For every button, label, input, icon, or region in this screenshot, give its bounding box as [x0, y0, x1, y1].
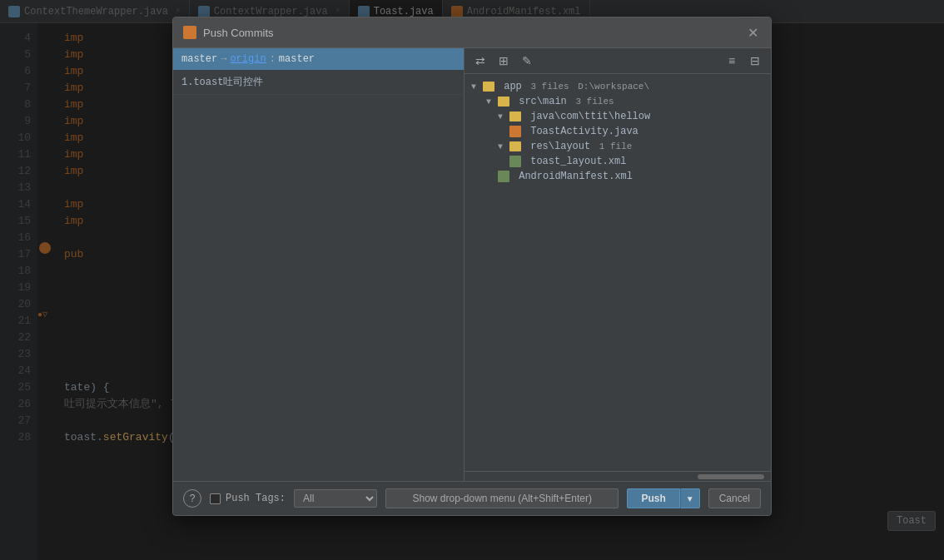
commit-item[interactable]: 1.toast吐司控件: [173, 70, 464, 95]
branch-target: master: [279, 53, 315, 65]
tree-item-app[interactable]: ▼ app 3 files D:\workspace\: [465, 79, 771, 94]
tree-item-android-manifest[interactable]: AndroidManifest.xml: [465, 169, 771, 184]
commits-panel: master → origin : master 1.toast吐司控件: [173, 48, 465, 481]
tree-item-label: src\main: [513, 96, 567, 107]
dialog-body: master → origin : master 1.toast吐司控件 ⇄ ⊞: [173, 48, 771, 481]
toolbar-refresh-button[interactable]: ⇄: [471, 52, 489, 70]
folder-icon: [483, 82, 494, 92]
tree-item-label: app: [498, 81, 522, 92]
push-button-container: Push ▼: [627, 488, 699, 508]
file-count-badge: 3 files: [525, 82, 569, 92]
tree-item-label: toast_layout.xml: [524, 156, 626, 167]
xml-file-icon: [498, 171, 509, 182]
branch-origin-link[interactable]: origin: [230, 53, 266, 65]
dialog-overlay: Push Commits ✕ master → origin : master …: [0, 0, 944, 560]
scrollbar-thumb: [698, 474, 764, 479]
tree-item-label: ToastActivity.java: [524, 126, 638, 137]
branch-from: master: [181, 53, 217, 65]
commits-list: 1.toast吐司控件: [173, 70, 464, 481]
tree-item-label: AndroidManifest.xml: [513, 171, 633, 182]
files-panel: ⇄ ⊞ ✎ ≡ ⊟ ▼ app 3 files D:\workspace\: [465, 48, 771, 481]
tree-item-java-package[interactable]: ▼ java\com\ttit\hellow: [465, 109, 771, 124]
help-button[interactable]: ?: [183, 489, 201, 508]
files-toolbar: ⇄ ⊞ ✎ ≡ ⊟: [465, 48, 771, 74]
push-commits-dialog: Push Commits ✕ master → origin : master …: [172, 17, 772, 516]
toolbar-expand-button[interactable]: ⊞: [494, 52, 513, 70]
commit-label: 1.toast吐司控件: [181, 77, 263, 88]
tree-item-res-layout[interactable]: ▼ res\layout 1 file: [465, 139, 771, 154]
files-tree: ▼ app 3 files D:\workspace\ ▼ src\main 3…: [465, 74, 771, 471]
branch-row: master → origin : master: [173, 48, 464, 70]
push-tags-text: Push Tags:: [226, 493, 286, 504]
tree-expand-arrow: ▼: [486, 97, 494, 107]
push-dropdown-arrow[interactable]: ▼: [680, 488, 700, 508]
branch-colon: :: [270, 53, 276, 65]
file-count-badge: 3 files: [570, 97, 614, 107]
toolbar-edit-button[interactable]: ✎: [518, 52, 536, 70]
tree-item-label: res\layout: [524, 141, 590, 152]
java-file-icon: [509, 126, 521, 137]
dialog-title-bar: Push Commits ✕: [173, 17, 771, 48]
dialog-footer: ? Push Tags: All Show drop-down menu (Al…: [173, 481, 771, 515]
toolbar-collapse-button[interactable]: ⊟: [746, 52, 764, 70]
push-button[interactable]: Push: [627, 488, 679, 508]
folder-icon: [509, 112, 521, 121]
tree-item-label: java\com\ttit\hellow: [524, 111, 650, 122]
xml-file-icon: [509, 156, 521, 167]
file-path: D:\workspace\: [573, 82, 649, 92]
tree-expand-arrow: ▼: [471, 82, 479, 92]
tree-item-src-main[interactable]: ▼ src\main 3 files: [465, 94, 771, 109]
push-icon: [183, 26, 196, 39]
tree-item-toast-activity[interactable]: ToastActivity.java: [465, 124, 771, 139]
cancel-button[interactable]: Cancel: [708, 488, 761, 508]
folder-icon: [509, 141, 521, 151]
dialog-close-button[interactable]: ✕: [744, 24, 761, 41]
tree-item-toast-layout[interactable]: toast_layout.xml: [465, 154, 771, 169]
show-dropdown-button[interactable]: Show drop-down menu (Alt+Shift+Enter): [385, 488, 619, 508]
dialog-scrollbar[interactable]: [465, 471, 771, 481]
dialog-title: Push Commits: [203, 27, 738, 39]
folder-icon: [498, 97, 509, 107]
push-tags-dropdown[interactable]: All: [294, 489, 377, 508]
push-tags-checkbox[interactable]: [210, 493, 221, 504]
tree-expand-arrow: ▼: [498, 142, 506, 151]
file-count-badge: 1 file: [594, 141, 632, 151]
push-tags-label[interactable]: Push Tags:: [210, 493, 286, 504]
tree-expand-arrow: ▼: [498, 112, 506, 121]
branch-arrow-icon: →: [221, 53, 226, 65]
toolbar-menu-button[interactable]: ≡: [723, 52, 741, 70]
